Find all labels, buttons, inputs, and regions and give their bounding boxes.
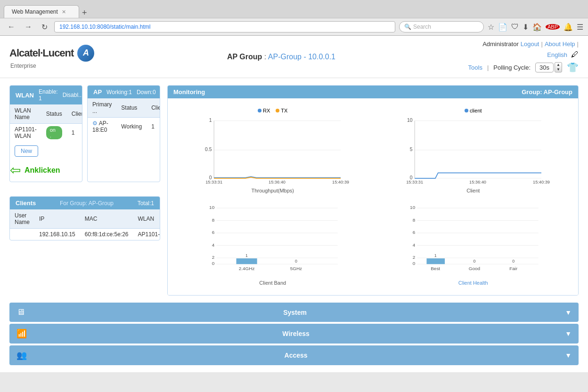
tools-link[interactable]: Tools — [468, 64, 482, 71]
url-text: 192.168.10.10:8080/static/main.html — [59, 24, 390, 30]
forward-button[interactable]: → — [22, 22, 35, 32]
svg-text:5GHz: 5GHz — [290, 266, 302, 271]
clients-title: Clients — [16, 200, 36, 207]
monitoring-group: Group: AP-Group — [522, 88, 572, 96]
svg-text:10: 10 — [209, 205, 215, 210]
tab-title: Web Management — [12, 8, 58, 15]
extension-icon[interactable]: ABP — [546, 24, 560, 30]
system-panel-row[interactable]: 🖥 System ▼ — [9, 303, 579, 322]
enterprise-label: Enterprise — [10, 63, 94, 69]
clients-col-ip: IP — [34, 209, 80, 229]
access-label: Access — [27, 352, 565, 359]
back-button[interactable]: ← — [5, 22, 18, 32]
ap-header: AP Working:1 Down:0 Join... — [88, 86, 160, 98]
help-link[interactable]: Help — [563, 40, 575, 48]
wlan-disable: Disabl... — [63, 92, 82, 98]
search-placeholder: Search — [413, 24, 431, 30]
svg-text:15:33:31: 15:33:31 — [406, 180, 423, 184]
search-bar[interactable]: 🔍 Search — [399, 21, 484, 32]
client-legend-item: client — [465, 108, 482, 113]
header-right: Administrator Logout | About Help | Engl… — [468, 40, 579, 73]
shirt-icon[interactable]: 👕 — [567, 62, 579, 73]
home-icon[interactable]: 🏠 — [532, 23, 542, 32]
svg-text:1: 1 — [434, 253, 436, 258]
system-label: System — [25, 309, 565, 316]
throughput-legend: RX TX — [177, 108, 368, 113]
wlan-panel: WLAN Enable: 1 Disabl... WLAN Name Statu… — [9, 85, 82, 182]
svg-text:Good: Good — [468, 266, 480, 271]
ap-row-name: ⚙ AP-18:E0 — [88, 118, 116, 136]
ap-down: Down:0 — [137, 89, 156, 96]
browser-tab[interactable]: Web Management ✕ — [4, 5, 79, 18]
monitoring-grid: RX TX 1 0.5 0 — [168, 98, 578, 295]
client-band-chart: 10 8 6 4 2 0 — [177, 203, 368, 278]
polling-value: 30s — [535, 63, 554, 72]
monitoring-panel: Monitoring Group: AP-Group RX TX 1 — [167, 85, 579, 296]
ap-group-value: AP-Group - 10.0.0.1 — [268, 53, 335, 61]
ap-table: Primary ... Status Clients ⚙ AP-18:E0 — [88, 98, 160, 136]
client-legend: client — [378, 108, 569, 113]
anklicken-label: ⇦ Anklicken — [10, 160, 82, 182]
ap-group-sep: : — [264, 53, 268, 61]
refresh-button[interactable]: ↻ — [39, 22, 50, 32]
monitoring-title: Monitoring — [173, 88, 205, 96]
svg-text:1: 1 — [245, 253, 248, 258]
ap-device-icon: ⚙ — [92, 120, 98, 127]
tools-area: Tools | Polling Cycle: 30s ▲ ▼ 👕 — [468, 62, 579, 73]
ap-col-clients: Clients — [147, 98, 160, 118]
nav-bar: ← → ↻ 192.168.10.10:8080/static/main.htm… — [0, 18, 588, 35]
svg-text:8: 8 — [412, 217, 415, 223]
admin-label: Administrator — [482, 40, 519, 48]
polling-label: Polling Cycle: — [493, 64, 531, 71]
access-panel-row[interactable]: 👥 Access ▼ — [9, 345, 579, 365]
browser-chrome: Web Management ✕ + ← → ↻ 192.168.10.10:8… — [0, 0, 588, 36]
polling-control[interactable]: 30s ▲ ▼ — [535, 62, 562, 72]
clients-col-wlan: WLAN — [133, 209, 160, 229]
about-link[interactable]: About — [545, 40, 561, 48]
edit-profile-icon[interactable]: 🖊 — [571, 50, 579, 59]
menu-icon[interactable]: ☰ — [577, 23, 583, 32]
header-bottom: English 🖊 — [468, 50, 579, 59]
tab-close-button[interactable]: ✕ — [62, 9, 66, 15]
svg-text:6: 6 — [212, 230, 215, 235]
ap-row-status: Working — [116, 118, 147, 136]
new-wlan-button[interactable]: New — [15, 145, 38, 157]
wireless-label: Wireless — [27, 330, 565, 337]
svg-text:0.5: 0.5 — [205, 147, 212, 152]
polling-spinner[interactable]: ▲ ▼ — [555, 62, 562, 72]
logo-initial: A — [83, 48, 89, 58]
wireless-panel-row[interactable]: 📶 Wireless ▼ — [9, 324, 579, 344]
toggle-on[interactable]: on . — [46, 126, 62, 139]
clients-total: Total:1 — [138, 200, 154, 207]
download-icon[interactable]: ⬇ — [523, 23, 529, 32]
url-bar[interactable]: 192.168.10.10:8080/static/main.html — [54, 21, 395, 32]
ap-row-clients: 1 — [147, 118, 160, 136]
wireless-icon: 📶 — [16, 328, 27, 339]
svg-text:0: 0 — [212, 261, 215, 266]
system-icon: 🖥 — [16, 307, 25, 317]
ap-panel: AP Working:1 Down:0 Join... Primary ... … — [87, 85, 160, 182]
svg-text:4: 4 — [212, 242, 215, 248]
throughput-chart-area: RX TX 1 0.5 0 — [172, 103, 373, 198]
logout-link[interactable]: Logout — [521, 40, 539, 48]
ap-col-status: Status — [116, 98, 147, 118]
shield-icon[interactable]: 🛡 — [511, 23, 519, 31]
notifications-icon[interactable]: 🔔 — [564, 23, 573, 32]
svg-text:15:33:31: 15:33:31 — [205, 180, 222, 184]
client-band-area: 10 8 6 4 2 0 — [172, 198, 373, 290]
bookmark-icon[interactable]: ☆ — [488, 23, 494, 32]
reader-icon[interactable]: 📄 — [498, 23, 507, 32]
svg-text:2: 2 — [412, 255, 415, 260]
clients-table: User Name IP MAC WLAN Auth 192.168.10.15… — [10, 209, 160, 240]
tx-legend: TX — [276, 108, 287, 113]
throughput-title: Throughput(Mbps) — [177, 188, 368, 193]
ap-title: AP — [93, 88, 102, 96]
clients-col-username: User Name — [10, 209, 34, 229]
client-health-chart: 10 8 6 4 2 0 — [378, 203, 569, 278]
rx-legend: RX — [258, 108, 270, 113]
svg-text:0: 0 — [473, 259, 475, 264]
language-button[interactable]: English — [547, 51, 567, 58]
tab-bar: Web Management ✕ + — [0, 0, 588, 18]
svg-text:1: 1 — [209, 118, 212, 123]
new-tab-button[interactable]: + — [79, 8, 90, 18]
